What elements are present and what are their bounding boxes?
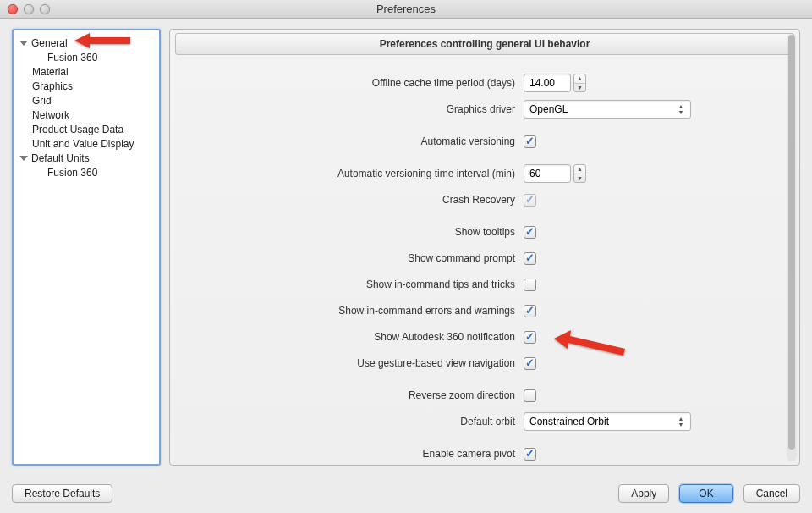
tree-item-graphics[interactable]: Graphics <box>19 79 154 93</box>
close-icon[interactable] <box>8 4 18 14</box>
row-versioning-interval: Automatic versioning time interval (min)… <box>178 164 765 183</box>
row-offline-cache: Offline cache time period (days) ▲▼ <box>178 74 765 92</box>
tips-tricks-checkbox[interactable] <box>524 279 536 291</box>
default-orbit-select[interactable]: Constrained Orbit ▲▼ <box>524 412 691 431</box>
row-graphics-driver: Graphics driver OpenGL ▲▼ <box>178 100 765 119</box>
tree-item-grid[interactable]: Grid <box>19 93 154 108</box>
zoom-icon[interactable] <box>40 4 50 14</box>
label-crash-recovery: Crash Recovery <box>178 194 524 206</box>
label-gesture-navigation: Use gesture-based view navigation <box>178 357 524 369</box>
chevron-down-icon[interactable]: ▼ <box>574 174 585 183</box>
traffic-lights <box>0 4 50 14</box>
disclosure-triangle-icon[interactable] <box>19 41 28 46</box>
chevron-up-icon[interactable]: ▲ <box>574 74 585 84</box>
reverse-zoom-checkbox[interactable] <box>524 389 536 402</box>
errors-warnings-checkbox[interactable] <box>524 305 536 317</box>
label-offline-cache: Offline cache time period (days) <box>178 77 524 89</box>
a360-notification-checkbox[interactable] <box>524 331 536 344</box>
apply-button[interactable]: Apply <box>618 484 669 503</box>
label-versioning-interval: Automatic versioning time interval (min) <box>178 168 524 179</box>
camera-pivot-checkbox[interactable] <box>524 448 536 461</box>
show-tooltips-checkbox[interactable] <box>524 226 536 239</box>
row-show-tooltips: Show tooltips <box>178 223 765 241</box>
row-errors-warnings: Show in-command errors and warnings <box>178 301 765 320</box>
dialog-button-bar: Restore Defaults Apply OK Cancel <box>12 484 800 503</box>
cancel-button[interactable]: Cancel <box>743 484 800 503</box>
row-camera-pivot: Enable camera pivot <box>178 444 765 463</box>
label-camera-pivot: Enable camera pivot <box>178 448 524 460</box>
restore-defaults-button[interactable]: Restore Defaults <box>12 484 112 503</box>
window-titlebar: Preferences <box>0 0 812 19</box>
label-a360-notification: Show Autodesk 360 notification <box>178 331 524 343</box>
graphics-driver-select[interactable]: OpenGL ▲▼ <box>524 100 691 119</box>
tree-item-unit-and-value-display[interactable]: Unit and Value Display <box>19 136 154 151</box>
row-reverse-zoom: Reverse zoom direction <box>178 386 765 405</box>
row-tips-tricks: Show in-command tips and tricks <box>178 275 765 294</box>
tree-item-general[interactable]: General <box>19 36 154 50</box>
tree-label: Network <box>32 109 69 121</box>
tree-label: Grid <box>32 95 52 107</box>
tree-label: Default Units <box>31 152 90 164</box>
tree-item-product-usage-data[interactable]: Product Usage Data <box>19 122 154 136</box>
minimize-icon[interactable] <box>24 4 34 14</box>
tree-item-default-units-fusion360[interactable]: Fusion 360 <box>19 165 154 179</box>
row-automatic-versioning: Automatic versioning <box>178 132 765 151</box>
default-orbit-value[interactable]: Constrained Orbit <box>524 412 691 431</box>
gesture-navigation-checkbox[interactable] <box>524 357 536 370</box>
scrollbar-thumb[interactable] <box>788 35 795 450</box>
tree-item-fusion360[interactable]: Fusion 360 <box>19 50 154 64</box>
tree-item-default-units[interactable]: Default Units <box>19 151 154 165</box>
label-default-orbit: Default orbit <box>178 416 524 428</box>
tree-item-material[interactable]: Material <box>19 64 154 79</box>
label-show-tooltips: Show tooltips <box>178 226 524 238</box>
tree-label: General <box>31 37 68 49</box>
row-a360-notification: Show Autodesk 360 notification <box>178 328 765 346</box>
row-crash-recovery: Crash Recovery <box>178 190 765 209</box>
ok-button[interactable]: OK <box>679 484 732 503</box>
label-show-command-prompt: Show command prompt <box>178 252 524 264</box>
scrollbar[interactable] <box>787 33 797 461</box>
preferences-panel: Preferences controlling general UI behav… <box>169 29 800 466</box>
label-graphics-driver: Graphics driver <box>178 103 524 115</box>
versioning-interval-stepper[interactable]: ▲▼ <box>573 164 586 183</box>
versioning-interval-input[interactable] <box>524 164 571 183</box>
preferences-tree: General Fusion 360 Material Graphics Gri… <box>12 29 161 466</box>
tree-label: Material <box>32 66 69 78</box>
offline-cache-stepper[interactable]: ▲▼ <box>573 74 586 92</box>
panel-header: Preferences controlling general UI behav… <box>175 33 794 55</box>
offline-cache-input[interactable] <box>524 74 571 92</box>
label-tips-tricks: Show in-command tips and tricks <box>178 279 524 290</box>
form-area: Offline cache time period (days) ▲▼ Grap… <box>170 55 799 465</box>
show-command-prompt-checkbox[interactable] <box>524 252 536 265</box>
chevron-up-icon[interactable]: ▲ <box>574 165 585 174</box>
row-default-orbit: Default orbit Constrained Orbit ▲▼ <box>178 412 765 431</box>
crash-recovery-checkbox <box>524 194 536 207</box>
row-show-command-prompt: Show command prompt <box>178 249 765 268</box>
label-automatic-versioning: Automatic versioning <box>178 135 524 147</box>
tree-label: Fusion 360 <box>47 167 97 179</box>
tree-item-network[interactable]: Network <box>19 108 154 122</box>
tree-label: Unit and Value Display <box>32 138 134 150</box>
disclosure-triangle-icon[interactable] <box>19 156 28 161</box>
row-gesture-navigation: Use gesture-based view navigation <box>178 354 765 372</box>
chevron-down-icon[interactable]: ▼ <box>574 84 585 92</box>
label-reverse-zoom: Reverse zoom direction <box>178 389 524 401</box>
tree-label: Product Usage Data <box>32 124 123 135</box>
label-errors-warnings: Show in-command errors and warnings <box>178 305 524 317</box>
tree-label: Graphics <box>32 80 73 92</box>
tree-label: Fusion 360 <box>47 52 97 63</box>
graphics-driver-value[interactable]: OpenGL <box>524 100 691 119</box>
automatic-versioning-checkbox[interactable] <box>524 135 536 148</box>
window-title: Preferences <box>0 3 812 15</box>
